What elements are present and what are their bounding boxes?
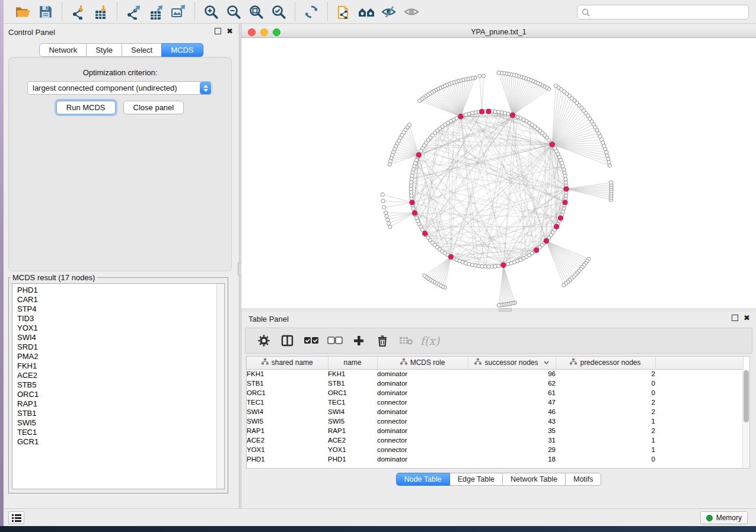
cell-shared-name[interactable]: PHD1 [247, 454, 328, 464]
cell-shared-name[interactable]: TEC1 [247, 398, 328, 407]
cell-shared-name[interactable]: FKH1 [247, 369, 328, 379]
table-row[interactable]: STB1STB1dominator620 [247, 379, 743, 388]
table-close-panel-icon[interactable]: ✖ [744, 315, 750, 321]
export-table-button[interactable] [145, 2, 167, 21]
hide-panel-button[interactable] [378, 2, 400, 21]
task-history-button[interactable] [8, 511, 24, 524]
mcds-result-node[interactable]: PMA2 [12, 352, 224, 361]
table-settings-button[interactable] [256, 332, 272, 350]
table-row[interactable]: SWI5SWI5connector431 [247, 416, 743, 426]
cell-MCDS-role[interactable]: dominator [377, 379, 468, 388]
cell-successor-nodes[interactable]: 96 [468, 369, 556, 379]
cell-successor-nodes[interactable]: 31 [468, 435, 556, 445]
memory-button[interactable]: Memory [700, 511, 748, 524]
table-scrollbar[interactable] [742, 369, 749, 468]
close-panel-button[interactable]: Close panel [123, 101, 184, 114]
cell-MCDS-role[interactable]: connector [377, 398, 468, 407]
add-column-button[interactable] [351, 332, 366, 350]
table-row[interactable]: YOX1YOX1connector291 [247, 445, 743, 454]
search-input[interactable] [593, 8, 744, 17]
cell-predecessor-nodes[interactable]: 0 [556, 388, 655, 398]
node-table[interactable]: shared namenameMCDS rolesuccessor nodesp… [246, 356, 750, 469]
column-header-predecessor-nodes[interactable]: predecessor nodes [556, 357, 655, 369]
table-row[interactable]: ACE2ACE2connector311 [247, 435, 743, 445]
cell-shared-name[interactable]: RAP1 [247, 426, 328, 435]
tab-select[interactable]: Select [122, 43, 162, 57]
zoom-in-button[interactable] [200, 2, 222, 21]
cell-predecessor-nodes[interactable]: 0 [556, 379, 655, 388]
tab-style[interactable]: Style [86, 43, 122, 57]
cell-shared-name[interactable]: ACE2 [247, 435, 328, 445]
cell-MCDS-role[interactable]: connector [377, 416, 468, 426]
cell-predecessor-nodes[interactable]: 1 [556, 445, 655, 454]
optimization-criterion-select[interactable]: largest connected component (undirected) [27, 81, 212, 95]
cell-MCDS-role[interactable]: dominator [377, 388, 468, 398]
save-session-button[interactable] [34, 2, 57, 21]
mcds-result-list[interactable]: PHD1CAR1STP4TID3YOX1SWI4SRD1PMA2FKH1ACE2… [12, 283, 225, 489]
cell-predecessor-nodes[interactable]: 0 [556, 454, 655, 464]
table-float-panel-icon[interactable] [732, 315, 738, 321]
cell-name[interactable]: SWI5 [328, 416, 377, 426]
cell-MCDS-role[interactable]: dominator [377, 369, 468, 379]
table-tab-edge-table[interactable]: Edge Table [449, 473, 503, 486]
run-mcds-button[interactable]: Run MCDS [56, 101, 116, 114]
cell-successor-nodes[interactable]: 18 [468, 454, 556, 464]
network-view-canvas[interactable] [241, 38, 756, 308]
cell-MCDS-role[interactable]: dominator [377, 426, 468, 435]
cell-name[interactable]: FKH1 [328, 369, 377, 379]
cell-successor-nodes[interactable]: 47 [468, 398, 556, 407]
table-tab-network-table[interactable]: Network Table [502, 473, 566, 486]
cell-successor-nodes[interactable]: 29 [468, 445, 556, 454]
cell-successor-nodes[interactable]: 62 [468, 379, 556, 388]
cell-name[interactable]: PHD1 [328, 454, 377, 464]
cell-name[interactable]: RAP1 [328, 426, 377, 435]
network-graph[interactable] [241, 38, 756, 308]
open-file-button[interactable] [12, 2, 34, 21]
column-header-name[interactable]: name [328, 357, 377, 369]
cell-name[interactable]: STB1 [328, 379, 377, 388]
cell-shared-name[interactable]: YOX1 [247, 445, 328, 454]
cell-predecessor-nodes[interactable]: 2 [556, 407, 655, 416]
export-network-button[interactable] [122, 2, 145, 21]
mcds-result-node[interactable]: ORC1 [12, 390, 224, 399]
cell-successor-nodes[interactable]: 35 [468, 426, 556, 435]
cell-name[interactable]: ORC1 [328, 388, 377, 398]
deselect-all-button[interactable] [327, 332, 343, 350]
mcds-result-node[interactable]: FKH1 [12, 361, 224, 371]
cell-name[interactable]: TEC1 [328, 398, 377, 407]
network-window-titlebar[interactable]: YPA_prune.txt_1 [241, 27, 756, 38]
table-row[interactable]: RAP1RAP1dominator352 [247, 426, 743, 435]
column-header-shared-name[interactable]: shared name [247, 357, 328, 369]
cell-MCDS-role[interactable]: connector [377, 435, 468, 445]
close-panel-icon[interactable]: ✖ [227, 28, 233, 34]
cell-successor-nodes[interactable]: 61 [468, 388, 556, 398]
new-network-button[interactable] [333, 2, 355, 21]
mcds-result-node[interactable]: TEC1 [12, 428, 224, 437]
table-row[interactable]: TEC1TEC1connector472 [247, 398, 743, 407]
zoom-selected-button[interactable] [267, 2, 290, 21]
mcds-result-node[interactable]: STB1 [12, 409, 224, 418]
table-row[interactable]: SWI4SWI4dominator462 [247, 407, 743, 416]
cell-predecessor-nodes[interactable]: 2 [556, 369, 655, 379]
export-image-button[interactable] [167, 2, 190, 21]
mcds-result-node[interactable]: PHD1 [12, 286, 224, 295]
mcds-result-node[interactable]: STP4 [12, 305, 224, 314]
column-header-successor-nodes[interactable]: successor nodes [468, 357, 556, 369]
mcds-result-node[interactable]: TID3 [12, 314, 224, 323]
cell-MCDS-role[interactable]: dominator [377, 407, 468, 416]
mcds-result-node[interactable]: CAR1 [12, 295, 224, 305]
table-row[interactable]: FKH1FKH1dominator962 [247, 369, 743, 379]
cell-shared-name[interactable]: STB1 [247, 379, 328, 388]
cell-name[interactable]: ACE2 [328, 435, 377, 445]
cell-MCDS-role[interactable]: connector [377, 445, 468, 454]
mcds-result-node[interactable]: YOX1 [12, 323, 224, 333]
cell-name[interactable]: SWI4 [328, 407, 377, 416]
import-table-button[interactable] [90, 2, 112, 21]
column-visibility-button[interactable] [280, 332, 295, 350]
float-panel-icon[interactable] [215, 28, 221, 34]
cell-successor-nodes[interactable]: 46 [468, 407, 556, 416]
tab-network[interactable]: Network [39, 43, 87, 57]
refresh-button[interactable] [300, 2, 323, 21]
zoom-out-button[interactable] [222, 2, 245, 21]
show-panel-button[interactable] [400, 2, 423, 21]
